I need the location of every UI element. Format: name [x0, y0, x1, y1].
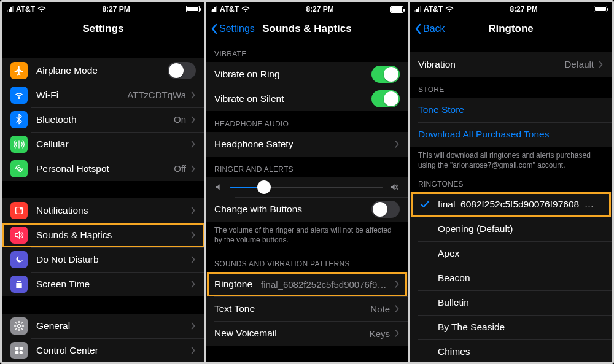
status-bar: AT&T 8:27 PM: [206, 2, 408, 17]
row-tone-beacon[interactable]: Beacon: [410, 266, 612, 290]
row-airplane-mode[interactable]: Airplane Mode: [2, 58, 204, 83]
wifi-app-icon: [10, 87, 28, 104]
panel-settings: AT&T 8:27 PM Settings Airplane Mode: [2, 2, 204, 362]
row-tone-opening[interactable]: Opening (Default): [410, 217, 612, 241]
battery-icon: [390, 6, 403, 13]
wifi-icon: [445, 6, 454, 12]
carrier-label: AT&T: [16, 5, 35, 14]
svg-point-7: [20, 351, 23, 354]
sounds-list[interactable]: VIBRATE Vibrate on Ring Vibrate on Silen…: [206, 41, 408, 362]
page-title: Ringtone: [488, 23, 534, 35]
chevron-right-icon: [191, 91, 196, 99]
chevron-right-icon: [191, 206, 196, 215]
time-label: 8:27 PM: [306, 5, 333, 14]
sounds-icon: [10, 227, 28, 244]
chevron-right-icon: [191, 280, 196, 288]
row-do-not-disturb[interactable]: Do Not Disturb: [2, 247, 204, 272]
settings-list[interactable]: Airplane Mode Wi-Fi ATTzCDTqWa Bluetooth…: [2, 41, 204, 362]
svg-rect-6: [15, 351, 18, 354]
time-label: 8:27 PM: [102, 5, 130, 14]
row-wifi[interactable]: Wi-Fi ATTzCDTqWa: [2, 83, 204, 107]
row-tone-by-the-seaside[interactable]: By The Seaside: [410, 315, 612, 339]
volume-slider-row: [206, 177, 408, 197]
back-button[interactable]: Back: [414, 23, 445, 34]
page-title: Settings: [82, 23, 123, 35]
ringtones-header: RINGTONES: [410, 176, 612, 192]
panel-ringtone: AT&T 8:27 PM Back Ringtone Vibration Def…: [408, 2, 612, 362]
row-download-all[interactable]: Download All Purchased Tones: [410, 122, 612, 147]
row-text-tone[interactable]: Text Tone Note: [206, 296, 408, 321]
back-button[interactable]: Settings: [211, 23, 255, 34]
chevron-right-icon: [191, 346, 196, 355]
row-tone-chimes[interactable]: Chimes: [410, 339, 612, 362]
cellular-icon: [10, 136, 28, 153]
status-bar: AT&T 8:27 PM: [410, 2, 612, 17]
signal-icon: [414, 6, 421, 12]
vibrate-ring-toggle[interactable]: [371, 66, 400, 83]
row-new-voicemail[interactable]: New Voicemail Keys: [206, 321, 408, 346]
row-bluetooth[interactable]: Bluetooth On: [2, 107, 204, 132]
download-note: This will download all ringtones and ale…: [410, 147, 612, 176]
checkmark-icon: [418, 199, 432, 209]
row-ringtone[interactable]: Ringtone final_6082f252c5f5d90076f97…: [206, 272, 408, 296]
nav-bar: Back Ringtone: [410, 17, 612, 41]
row-notifications[interactable]: Notifications: [2, 198, 204, 223]
signal-icon: [211, 6, 217, 12]
svg-point-0: [41, 10, 42, 12]
screentime-icon: [10, 276, 28, 293]
row-headphone-safety[interactable]: Headphone Safety: [206, 132, 408, 157]
row-personal-hotspot[interactable]: Personal Hotspot Off: [2, 157, 204, 181]
chevron-left-icon: [414, 23, 422, 34]
chevron-right-icon: [191, 231, 196, 239]
wifi-value: ATTzCDTqWa: [127, 90, 186, 100]
row-vibrate-on-ring[interactable]: Vibrate on Ring: [206, 62, 408, 87]
time-label: 8:27 PM: [510, 5, 537, 14]
row-selected-tone[interactable]: final_6082f252c5f5d90076f97608_5…: [410, 192, 612, 217]
volume-slider[interactable]: [230, 187, 383, 188]
control-center-icon: [10, 342, 28, 359]
row-cellular[interactable]: Cellular: [2, 132, 204, 157]
wifi-icon: [241, 6, 250, 12]
wifi-icon: [37, 6, 46, 12]
row-sounds-haptics[interactable]: Sounds & Haptics: [2, 223, 204, 247]
chevron-right-icon: [191, 140, 196, 149]
row-tone-bulletin[interactable]: Bulletin: [410, 290, 612, 315]
chevron-right-icon: [191, 322, 196, 330]
row-tone-store[interactable]: Tone Store: [410, 98, 612, 122]
change-buttons-toggle[interactable]: [371, 201, 400, 218]
svg-point-8: [245, 11, 246, 12]
chevron-right-icon: [395, 329, 400, 338]
bluetooth-icon: [10, 111, 28, 128]
chevron-right-icon: [395, 140, 400, 149]
airplane-toggle[interactable]: [168, 62, 196, 79]
vibrate-silent-toggle[interactable]: [371, 90, 400, 107]
general-icon: [10, 317, 28, 335]
svg-point-3: [18, 325, 21, 328]
row-tone-apex[interactable]: Apex: [410, 241, 612, 266]
row-control-center[interactable]: Control Center: [2, 338, 204, 362]
nav-bar: Settings: [2, 17, 204, 41]
battery-icon: [186, 6, 200, 12]
chevron-right-icon: [191, 165, 196, 173]
dnd-icon: [10, 251, 28, 268]
chevron-left-icon: [211, 23, 218, 34]
row-vibrate-on-silent[interactable]: Vibrate on Silent: [206, 87, 408, 111]
ringtone-list[interactable]: Vibration Default STORE Tone Store Downl…: [410, 41, 612, 362]
headphone-header: HEADPHONE AUDIO: [206, 111, 408, 132]
svg-rect-4: [15, 347, 18, 350]
patterns-header: SOUNDS AND VIBRATION PATTERNS: [206, 251, 408, 272]
carrier-label: AT&T: [424, 5, 443, 14]
notifications-icon: [10, 202, 28, 219]
panel-sounds-haptics: AT&T 8:27 PM Settings Sounds & Haptics V…: [204, 2, 408, 362]
chevron-right-icon: [191, 255, 196, 264]
row-general[interactable]: General: [2, 314, 204, 338]
chevron-right-icon: [191, 115, 196, 124]
row-change-with-buttons[interactable]: Change with Buttons: [206, 197, 408, 222]
page-title: Sounds & Haptics: [262, 23, 351, 35]
ringtone-value: final_6082f252c5f5d90076f97…: [261, 279, 390, 290]
row-vibration[interactable]: Vibration Default: [410, 52, 612, 77]
airplane-icon: [10, 62, 28, 79]
row-screen-time[interactable]: Screen Time: [2, 272, 204, 296]
svg-rect-5: [20, 347, 23, 350]
speaker-high-icon: [389, 182, 400, 192]
